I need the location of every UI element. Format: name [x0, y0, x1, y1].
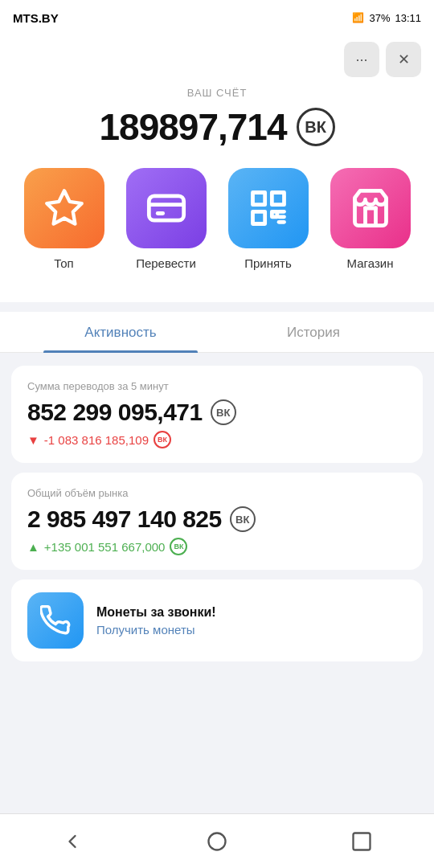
action-transfer[interactable]: Перевести [126, 168, 207, 270]
top-icon-wrap [24, 168, 104, 248]
home-button[interactable] [198, 822, 236, 861]
svg-rect-5 [272, 193, 284, 205]
card-market-change: ▲ +135 001 551 667,000 ВК [27, 538, 407, 555]
card-market-change-badge: ВК [170, 538, 187, 555]
action-shop[interactable]: Магазин [330, 168, 411, 270]
action-grid: Топ Перевести [0, 168, 434, 286]
balance-label: ВАШ СЧЁТ [16, 87, 418, 99]
action-accept[interactable]: Принять [228, 168, 309, 270]
home-icon [206, 830, 228, 853]
vk-coin-badge: ВК [297, 108, 335, 146]
card-transfers-subtitle: Сумма переводов за 5 минут [27, 380, 407, 392]
transfer-icon-wrap [126, 168, 207, 248]
transfer-label: Перевести [136, 256, 196, 270]
card-market-amount: 2 985 497 140 825 [27, 506, 222, 533]
card-transfers-change-value: -1 083 816 185,109 [44, 433, 149, 447]
qr-icon [248, 187, 289, 229]
balance-section: ВАШ СЧЁТ 189897,714 ВК [0, 87, 434, 168]
tab-activity[interactable]: Активность [24, 312, 217, 352]
svg-rect-15 [354, 833, 371, 850]
tab-history[interactable]: История [217, 312, 410, 352]
card-transfers-change: ▼ -1 083 816 185,109 ВК [27, 431, 407, 448]
svg-rect-1 [149, 196, 183, 220]
battery-label: 37% [369, 12, 390, 24]
recent-icon [350, 830, 373, 853]
star-icon [43, 187, 85, 229]
shop-icon [350, 187, 391, 229]
menu-button[interactable]: ··· [344, 42, 379, 77]
card-transfers-change-badge: ВК [154, 431, 171, 448]
cards-area: Сумма переводов за 5 минут 852 299 095,4… [0, 353, 434, 661]
promo-card: Монеты за звонки! Получить монеты [11, 579, 423, 661]
time-label: 13:11 [395, 12, 421, 24]
shop-icon-wrap [330, 168, 411, 248]
action-top[interactable]: Топ [24, 168, 104, 270]
sim-icon: 📶 [352, 12, 364, 23]
card-transfers: Сумма переводов за 5 минут 852 299 095,4… [11, 366, 423, 463]
svg-rect-4 [252, 193, 264, 205]
card-transfers-amount-row: 852 299 095,471 ВК [27, 399, 407, 426]
top-actions-bar: ··· ✕ [0, 35, 434, 87]
tabs-row: Активность История [0, 312, 434, 353]
up-arrow-icon: ▲ [27, 540, 39, 554]
card-market-amount-row: 2 985 497 140 825 ВК [27, 506, 407, 533]
balance-row: 189897,714 ВК [16, 105, 418, 149]
transfer-icon [145, 187, 187, 229]
promo-icon-wrap [27, 592, 84, 649]
back-icon [61, 830, 84, 853]
balance-amount: 189897,714 [99, 105, 286, 149]
accept-icon-wrap [228, 168, 309, 248]
card-market-change-value: +135 001 551 667,000 [44, 540, 166, 554]
carrier-label: MTS.BY [13, 11, 59, 25]
shop-label: Магазин [347, 256, 394, 270]
card-transfers-amount: 852 299 095,471 [27, 399, 203, 426]
accept-label: Принять [244, 256, 292, 270]
promo-title: Монеты за звонки! [96, 605, 216, 620]
svg-marker-0 [47, 190, 81, 223]
promo-text: Монеты за звонки! Получить монеты [96, 605, 216, 637]
svg-rect-6 [252, 211, 264, 223]
main-content: ВАШ СЧЁТ 189897,714 ВК Топ Пере [0, 87, 434, 302]
card-market: Общий объём рынка 2 985 497 140 825 ВК ▲… [11, 473, 423, 570]
top-label: Топ [54, 256, 73, 270]
promo-link[interactable]: Получить монеты [96, 623, 216, 637]
recent-apps-button[interactable] [342, 822, 381, 861]
svg-point-14 [209, 833, 226, 850]
status-bar: MTS.BY 📶 37% 13:11 [0, 0, 434, 35]
card-market-subtitle: Общий объём рынка [27, 487, 407, 499]
close-button[interactable]: ✕ [386, 42, 421, 77]
card-market-vk-badge: ВК [230, 506, 256, 532]
down-arrow-icon: ▼ [27, 433, 39, 447]
tabs-section: Активность История [0, 312, 434, 353]
svg-rect-7 [272, 211, 277, 217]
status-right: 📶 37% 13:11 [352, 12, 421, 24]
back-button[interactable] [53, 822, 92, 861]
card-transfers-vk-badge: ВК [211, 399, 236, 425]
phone-icon [40, 605, 71, 636]
bottom-nav [0, 813, 434, 868]
